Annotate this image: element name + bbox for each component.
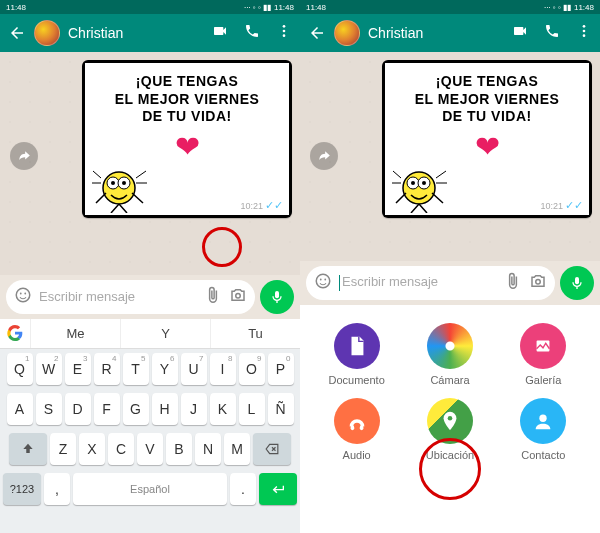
- screenshot-left: 11:48 ··· ◦ ◦ ▮▮ 11:48 Christian ¡QUE TE…: [0, 0, 300, 533]
- key-G[interactable]: G: [123, 393, 149, 425]
- forward-button[interactable]: [10, 142, 38, 170]
- chat-header: Christian: [300, 14, 600, 52]
- key-C[interactable]: C: [108, 433, 134, 465]
- key-A[interactable]: A: [7, 393, 33, 425]
- message-input[interactable]: Escribir mensaje: [306, 266, 555, 300]
- forward-button[interactable]: [310, 142, 338, 170]
- key-L[interactable]: L: [239, 393, 265, 425]
- key-J[interactable]: J: [181, 393, 207, 425]
- key-W[interactable]: W2: [36, 353, 62, 385]
- mic-button[interactable]: [560, 266, 594, 300]
- key-I[interactable]: I8: [210, 353, 236, 385]
- more-icon[interactable]: [276, 23, 292, 43]
- svg-point-19: [583, 34, 586, 37]
- mic-button[interactable]: [260, 280, 294, 314]
- chat-area: ¡QUE TENGASEL MEJOR VIERNESDE TU VIDA! ❤…: [300, 52, 600, 261]
- emoji-icon[interactable]: [314, 272, 332, 294]
- kb-row1: Q1W2E3R4T5Y6U7I8O9P0: [0, 349, 300, 389]
- heart-icon: ❤: [175, 129, 200, 164]
- contact-name[interactable]: Christian: [68, 25, 204, 41]
- more-icon[interactable]: [576, 23, 592, 43]
- key-Y[interactable]: Y6: [152, 353, 178, 385]
- key-Ñ[interactable]: Ñ: [268, 393, 294, 425]
- svg-point-18: [583, 30, 586, 33]
- key-P[interactable]: P0: [268, 353, 294, 385]
- suggestion-1[interactable]: Me: [30, 319, 120, 348]
- video-call-icon[interactable]: [212, 23, 228, 43]
- camera-icon[interactable]: [229, 286, 247, 308]
- svg-line-8: [93, 171, 101, 178]
- attach-document[interactable]: Documento: [314, 323, 399, 386]
- back-icon[interactable]: [308, 24, 326, 42]
- chat-header: Christian: [0, 14, 300, 52]
- google-icon[interactable]: [0, 325, 30, 341]
- message-time: 10:21✓✓: [240, 199, 283, 212]
- svg-point-39: [540, 414, 547, 421]
- svg-point-38: [448, 415, 453, 420]
- attach-gallery[interactable]: Galería: [501, 323, 586, 386]
- suggestion-3[interactable]: Tu: [210, 319, 300, 348]
- avatar[interactable]: [34, 20, 60, 46]
- attachment-menu: Documento Cámara Galería Audio Ubicación…: [300, 305, 600, 534]
- key-E[interactable]: E3: [65, 353, 91, 385]
- svg-rect-37: [359, 425, 363, 430]
- attach-audio[interactable]: Audio: [314, 398, 399, 461]
- message-bubble[interactable]: ¡QUE TENGASEL MEJOR VIERNESDE TU VIDA! ❤…: [82, 60, 292, 218]
- key-Z[interactable]: Z: [50, 433, 76, 465]
- key-O[interactable]: O9: [239, 353, 265, 385]
- back-icon[interactable]: [8, 24, 26, 42]
- attach-icon[interactable]: [204, 286, 222, 308]
- svg-line-27: [436, 171, 446, 178]
- suggestion-2[interactable]: Y: [120, 319, 210, 348]
- key-H[interactable]: H: [152, 393, 178, 425]
- status-time: 11:48: [6, 3, 26, 12]
- message-input[interactable]: Escribir mensaje: [6, 280, 255, 314]
- svg-point-1: [283, 30, 286, 33]
- key-T[interactable]: T5: [123, 353, 149, 385]
- shift-key[interactable]: [9, 433, 47, 465]
- attach-camera[interactable]: Cámara: [407, 323, 492, 386]
- svg-rect-36: [350, 425, 354, 430]
- svg-point-12: [16, 288, 30, 302]
- contact-name[interactable]: Christian: [368, 25, 504, 41]
- message-bubble[interactable]: ¡QUE TENGASEL MEJOR VIERNESDE TU VIDA! ❤…: [382, 60, 592, 218]
- svg-point-7: [122, 181, 126, 185]
- key-U[interactable]: U7: [181, 353, 207, 385]
- enter-key[interactable]: [259, 473, 297, 505]
- camera-icon[interactable]: [529, 272, 547, 294]
- key-V[interactable]: V: [137, 433, 163, 465]
- key-X[interactable]: X: [79, 433, 105, 465]
- attach-icon[interactable]: [504, 272, 522, 294]
- svg-point-2: [283, 34, 286, 37]
- keyboard: Me Y Tu Q1W2E3R4T5Y6U7I8O9P0 ASDFGHJKLÑ …: [0, 319, 300, 534]
- input-placeholder: Escribir mensaje: [39, 289, 197, 304]
- svg-point-6: [111, 181, 115, 185]
- voice-call-icon[interactable]: [544, 23, 560, 43]
- symbols-key[interactable]: ?123: [3, 473, 41, 505]
- period-key[interactable]: .: [230, 473, 256, 505]
- key-B[interactable]: B: [166, 433, 192, 465]
- key-S[interactable]: S: [36, 393, 62, 425]
- space-key[interactable]: Español: [73, 473, 227, 505]
- video-call-icon[interactable]: [512, 23, 528, 43]
- key-Q[interactable]: Q1: [7, 353, 33, 385]
- status-bar: 11:48 ··· ◦ ◦ ▮▮ 11:48: [300, 0, 600, 14]
- attach-location[interactable]: Ubicación: [407, 398, 492, 461]
- attach-contact[interactable]: Contacto: [501, 398, 586, 461]
- key-R[interactable]: R4: [94, 353, 120, 385]
- key-N[interactable]: N: [195, 433, 221, 465]
- backspace-key[interactable]: [253, 433, 291, 465]
- emoji-icon[interactable]: [14, 286, 32, 308]
- key-M[interactable]: M: [224, 433, 250, 465]
- svg-point-23: [411, 181, 415, 185]
- key-D[interactable]: D: [65, 393, 91, 425]
- key-F[interactable]: F: [94, 393, 120, 425]
- svg-line-10: [136, 171, 146, 178]
- kb-row2: ASDFGHJKLÑ: [0, 389, 300, 429]
- key-K[interactable]: K: [210, 393, 236, 425]
- comma-key[interactable]: ,: [44, 473, 70, 505]
- image-text: ¡QUE TENGASEL MEJOR VIERNESDE TU VIDA!: [115, 73, 260, 126]
- avatar[interactable]: [334, 20, 360, 46]
- chat-area: ¡QUE TENGASEL MEJOR VIERNESDE TU VIDA! ❤…: [0, 52, 300, 275]
- voice-call-icon[interactable]: [244, 23, 260, 43]
